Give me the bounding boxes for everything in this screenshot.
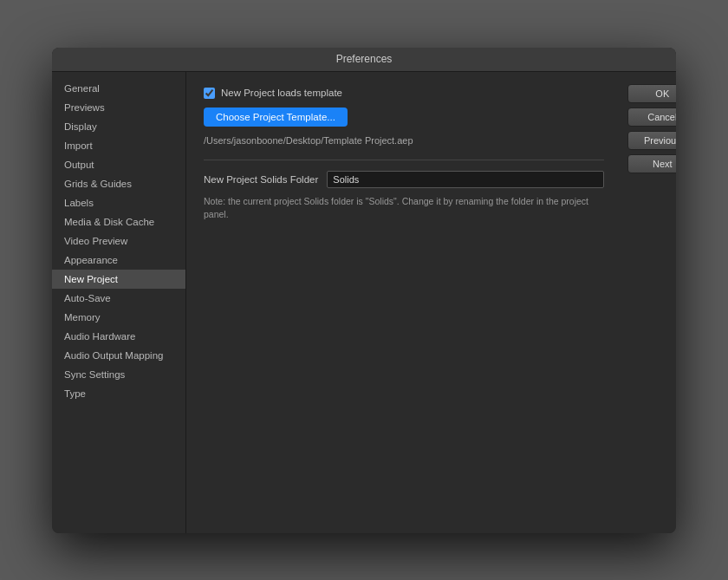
sidebar-item-grids--guides[interactable]: Grids & Guides	[52, 174, 185, 193]
sidebar-item-display[interactable]: Display	[52, 117, 185, 136]
sidebar-item-appearance[interactable]: Appearance	[52, 251, 185, 270]
sidebar-item-previews[interactable]: Previews	[52, 98, 185, 117]
sidebar-item-sync-settings[interactable]: Sync Settings	[52, 365, 185, 384]
sidebar-item-general[interactable]: General	[52, 79, 185, 98]
sidebar-item-import[interactable]: Import	[52, 136, 185, 155]
sidebar-item-audio-hardware[interactable]: Audio Hardware	[52, 327, 185, 346]
folder-row: New Project Solids Folder	[204, 171, 604, 188]
sidebar-item-new-project[interactable]: New Project	[52, 270, 185, 289]
next-button[interactable]: Next	[627, 154, 676, 173]
window-title: Preferences	[336, 53, 393, 65]
sidebar-item-video-preview[interactable]: Video Preview	[52, 231, 185, 251]
folder-input[interactable]	[327, 171, 604, 188]
template-checkbox-row: New Project loads template	[204, 88, 604, 99]
preferences-window: Preferences GeneralPreviewsDisplayImport…	[52, 48, 676, 533]
divider	[204, 160, 604, 160]
ok-button[interactable]: OK	[627, 84, 676, 103]
note-text: Note: the current project Solids folder …	[204, 195, 604, 223]
content-area: New Project loads template Choose Projec…	[204, 88, 676, 223]
window-body: GeneralPreviewsDisplayImportOutputGrids …	[52, 72, 676, 533]
sidebar-item-memory[interactable]: Memory	[52, 308, 185, 327]
template-checkbox-label: New Project loads template	[221, 88, 342, 98]
main-content: OK Cancel Previous Next New Project load…	[186, 72, 676, 533]
template-checkbox[interactable]	[204, 88, 215, 99]
title-bar: Preferences	[52, 48, 676, 72]
sidebar: GeneralPreviewsDisplayImportOutputGrids …	[52, 72, 186, 533]
sidebar-item-type[interactable]: Type	[52, 384, 185, 403]
choose-template-button[interactable]: Choose Project Template...	[204, 108, 348, 127]
sidebar-item-auto-save[interactable]: Auto-Save	[52, 289, 185, 308]
previous-button[interactable]: Previous	[627, 131, 676, 150]
sidebar-item-media--disk-cache[interactable]: Media & Disk Cache	[52, 212, 185, 231]
sidebar-item-audio-output-mapping[interactable]: Audio Output Mapping	[52, 346, 185, 365]
folder-label: New Project Solids Folder	[204, 174, 318, 185]
template-path: /Users/jasonboone/Desktop/Template Proje…	[204, 135, 604, 146]
cancel-button[interactable]: Cancel	[627, 108, 676, 127]
sidebar-item-labels[interactable]: Labels	[52, 193, 185, 212]
buttons-panel: OK Cancel Previous Next	[627, 84, 676, 173]
sidebar-item-output[interactable]: Output	[52, 155, 185, 174]
